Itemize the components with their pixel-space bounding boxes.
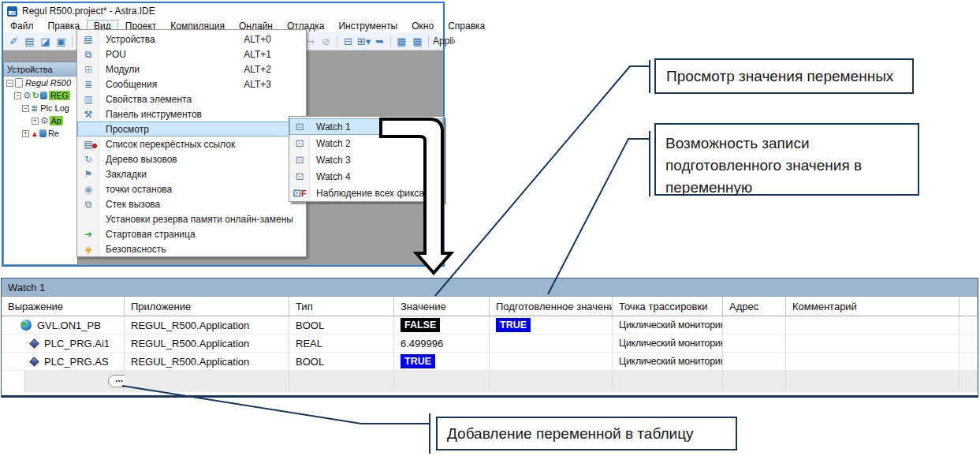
call-tree-icon	[77, 154, 99, 165]
cell-address[interactable]	[723, 335, 786, 353]
bookmarks-icon	[77, 169, 99, 180]
cell-comment[interactable]	[786, 353, 960, 371]
menu-item-messages[interactable]: Сообщения ALT+3	[77, 77, 306, 92]
menu-tools[interactable]: Инструменты	[331, 20, 404, 32]
cell-prepared-value[interactable]	[490, 335, 613, 353]
column-header-address[interactable]: Адрес	[723, 297, 786, 316]
wizard-icon[interactable]: ✐	[7, 35, 20, 48]
pou-icon	[77, 49, 99, 60]
add-device-icon[interactable]: ⊞▾	[357, 35, 371, 48]
cell-spacer	[960, 316, 978, 335]
cell-expression[interactable]: GVL.ON1_PB	[2, 316, 125, 335]
cell-application[interactable]: REGUL_R500.Application	[125, 335, 289, 353]
rebuild-icon[interactable]: ▦	[411, 35, 424, 48]
cell-type[interactable]: BOOL	[289, 353, 394, 371]
cell-type[interactable]: REAL	[289, 335, 394, 353]
cell-application[interactable]: REGUL_R500.Application	[125, 316, 289, 335]
app-logo-icon	[7, 6, 17, 17]
column-header-expression[interactable]: Выражение	[2, 297, 125, 316]
submenu-item-watch2[interactable]: Watch 2	[289, 135, 443, 151]
callout-add-variable: Добавление переменной в таблицу	[436, 417, 737, 450]
menu-item-start-page[interactable]: Стартовая страница	[77, 226, 306, 241]
new-file-icon[interactable]: ▤	[23, 35, 36, 48]
submenu-item-watch1[interactable]: Watch 1	[289, 118, 443, 135]
menu-item-call-tree[interactable]: Дерево вызовов	[77, 151, 306, 166]
expand-icon[interactable]: +	[32, 118, 39, 125]
menu-item-call-stack[interactable]: Стек вызова	[77, 196, 306, 211]
build-icon[interactable]: ▦	[395, 35, 408, 48]
column-header-value[interactable]: Значение	[394, 297, 490, 316]
gear-icon: ⚙	[23, 90, 32, 101]
tree-node-plc[interactable]: − ⚙ ↻ REG	[4, 89, 77, 102]
menu-item-bookmarks[interactable]: Закладки	[77, 166, 306, 181]
cell-type[interactable]: BOOL	[289, 316, 394, 335]
menu-item-modules[interactable]: Модули ALT+2	[77, 62, 306, 77]
cell-trace-point[interactable]: Циклический мониторинг	[613, 335, 723, 353]
cell-expression[interactable]: PLC_PRG.Ai1	[2, 335, 125, 353]
menu-item-cross-references[interactable]: Список перекрёстных ссылок	[77, 136, 306, 151]
properties-icon	[77, 94, 99, 105]
cancel-disabled-icon[interactable]: ⊘	[319, 35, 333, 48]
export-icon[interactable]: ➥	[373, 35, 386, 48]
cell-prepared-value[interactable]: TRUE	[490, 316, 613, 335]
submenu-item-watch3[interactable]: Watch 3	[289, 151, 443, 168]
toolbar-separator	[390, 36, 391, 47]
menu-item-toolbox[interactable]: Панель инструментов	[77, 107, 306, 121]
collapse-icon[interactable]: −	[6, 80, 13, 87]
watch1-panel-title[interactable]: Watch 1	[2, 278, 978, 297]
cell-address[interactable]	[723, 316, 786, 335]
menu-item-element-properties[interactable]: Свойства элемента	[77, 92, 306, 107]
menu-help[interactable]: Справка	[441, 20, 492, 32]
new-entry-row[interactable]: ...	[2, 371, 125, 392]
variable-icon	[29, 338, 39, 349]
breakpoints-icon	[77, 184, 99, 195]
menu-item-watch[interactable]: Просмотр ▶	[77, 121, 306, 136]
watch-icon	[289, 154, 310, 166]
menu-item-security[interactable]: Безопасность	[77, 241, 306, 256]
expand-icon[interactable]: +	[22, 130, 29, 137]
cell-comment[interactable]	[786, 335, 960, 353]
global-variable-icon	[20, 320, 32, 331]
column-header-comment[interactable]: Комментарий	[786, 297, 960, 316]
tree-node-application[interactable]: + ⚙ Ap	[4, 114, 77, 127]
cell-trace-point[interactable]: Циклический мониторинг	[613, 316, 723, 335]
menu-item-memory-reserve[interactable]: Установки резерва памяти онлайн-замены	[77, 211, 306, 226]
open-folder-icon[interactable]: ◪	[39, 35, 52, 48]
watch1-panel: Watch 1 Выражение Приложение Тип Значени…	[1, 278, 978, 398]
menu-item-pou[interactable]: POU ALT+1	[77, 47, 306, 62]
screenshot-canvas: Regul R500.project* - Astra.IDE Файл Пра…	[0, 0, 980, 456]
tree-node-module[interactable]: + ▲ Re	[4, 127, 77, 140]
toolbar-separator	[72, 36, 73, 47]
toolbar-right-group: ↪ ⊘ ⊟ ⊞▾ ➥ ▦ ▦ Applica	[304, 32, 455, 50]
tree-node-project[interactable]: − Regul R500	[4, 77, 77, 89]
menu-item-devices[interactable]: Устройства ALT+0	[77, 32, 306, 47]
menu-file[interactable]: Файл	[3, 20, 41, 32]
submenu-item-watch4[interactable]: Watch 4	[289, 168, 443, 185]
tree-node-plc-logic[interactable]: − ≣ Plc Log	[4, 102, 77, 114]
column-header-prepared-value[interactable]: Подготовленное значение	[490, 297, 613, 316]
column-header-type[interactable]: Тип	[289, 297, 394, 316]
cell-value[interactable]: FALSE	[394, 316, 490, 335]
cell-value[interactable]: 6.499996	[394, 335, 490, 353]
cell-expression[interactable]: PLC_PRG.AS	[2, 353, 125, 371]
cell-trace-point[interactable]: Циклический мониторинг	[613, 353, 723, 371]
menu-item-breakpoints[interactable]: точки останова	[77, 181, 306, 196]
cell-prepared-value[interactable]	[490, 353, 613, 371]
collapse-icon[interactable]: −	[14, 92, 21, 99]
start-page-icon	[77, 229, 99, 240]
cell-value[interactable]: TRUE	[394, 353, 490, 371]
collapse-icon[interactable]: −	[22, 105, 29, 112]
save-icon[interactable]: ▣	[54, 35, 68, 48]
cell-address[interactable]	[723, 353, 786, 371]
add-folder-icon[interactable]: ⊟	[341, 35, 355, 48]
cell-comment[interactable]	[786, 316, 960, 335]
cell-application[interactable]: REGUL_R500.Application	[125, 353, 289, 371]
new-entry-cell[interactable]	[2, 371, 25, 392]
submenu-item-watch-all-forces[interactable]: F Наблюдение всех фиксаций	[289, 185, 443, 201]
column-header-trace-point[interactable]: Точка трассировки	[613, 297, 723, 316]
menu-window[interactable]: Окно	[404, 20, 441, 32]
tree-node-label: Re	[48, 129, 59, 138]
window-titlebar[interactable]: Regul R500.project* - Astra.IDE	[3, 3, 443, 19]
column-header-application[interactable]: Приложение	[125, 297, 289, 316]
application-combo[interactable]: Applica	[433, 36, 455, 47]
